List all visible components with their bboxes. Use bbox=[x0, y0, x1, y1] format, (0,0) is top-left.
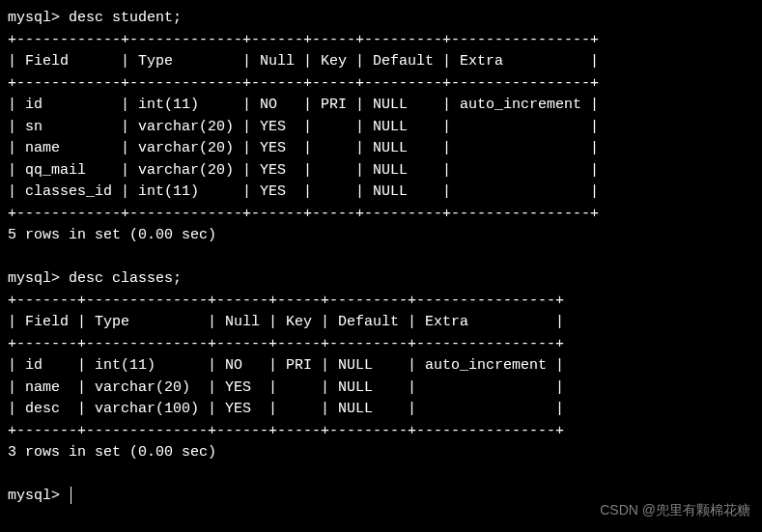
watermark: CSDN @兜里有颗棉花糖 bbox=[600, 500, 750, 520]
blank-line bbox=[8, 464, 754, 487]
table1-border-bot: +------------+-------------+------+-----… bbox=[8, 204, 754, 226]
cursor bbox=[71, 487, 71, 504]
table1-border-mid: +------------+-------------+------+-----… bbox=[8, 73, 754, 96]
table1-border-top: +------------+-------------+------+-----… bbox=[8, 30, 754, 52]
table1-row: | classes_id | int(11) | YES | | NULL | … bbox=[8, 182, 754, 204]
table1-row: | name | varchar(20) | YES | | NULL | | bbox=[8, 138, 754, 160]
table2-row: | desc | varchar(100) | YES | | NULL | | bbox=[8, 399, 754, 421]
table2-border-top: +-------+--------------+------+-----+---… bbox=[8, 291, 754, 313]
mysql-prompt: mysql> bbox=[8, 488, 60, 504]
result-1: 5 rows in set (0.00 sec) bbox=[8, 225, 754, 247]
mysql-prompt: mysql> bbox=[8, 270, 60, 287]
table2-row: | name | varchar(20) | YES | | NULL | | bbox=[8, 378, 754, 400]
table2-header: | Field | Type | Null | Key | Default | … bbox=[8, 312, 754, 334]
command-1: desc student; bbox=[69, 10, 182, 26]
table2-border-bot: +-------+--------------+------+-----+---… bbox=[8, 421, 754, 443]
blank-line bbox=[8, 247, 754, 269]
table2-border-mid: +-------+--------------+------+-----+---… bbox=[8, 334, 754, 356]
mysql-prompt: mysql> bbox=[8, 10, 60, 26]
mysql-prompt-line-1: mysql> desc student; bbox=[8, 8, 754, 30]
mysql-prompt-line-2: mysql> desc classes; bbox=[8, 268, 754, 291]
result-2: 3 rows in set (0.00 sec) bbox=[8, 442, 754, 464]
table1-row: | id | int(11) | NO | PRI | NULL | auto_… bbox=[8, 95, 754, 117]
table2-row: | id | int(11) | NO | PRI | NULL | auto_… bbox=[8, 355, 754, 378]
command-2: desc classes; bbox=[69, 270, 182, 287]
table1-row: | sn | varchar(20) | YES | | NULL | | bbox=[8, 117, 754, 139]
table1-row: | qq_mail | varchar(20) | YES | | NULL |… bbox=[8, 160, 754, 182]
table1-header: | Field | Type | Null | Key | Default | … bbox=[8, 51, 754, 73]
